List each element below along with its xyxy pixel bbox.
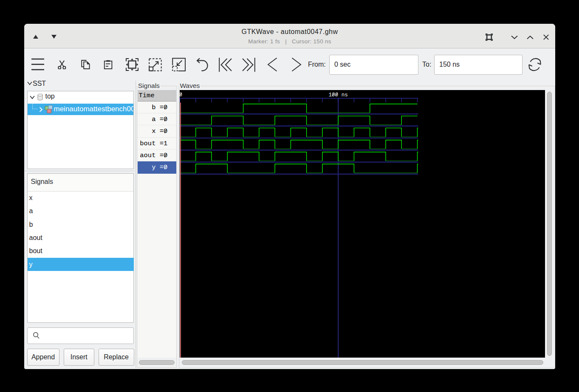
svg-text:100 ns: 100 ns	[328, 92, 347, 98]
